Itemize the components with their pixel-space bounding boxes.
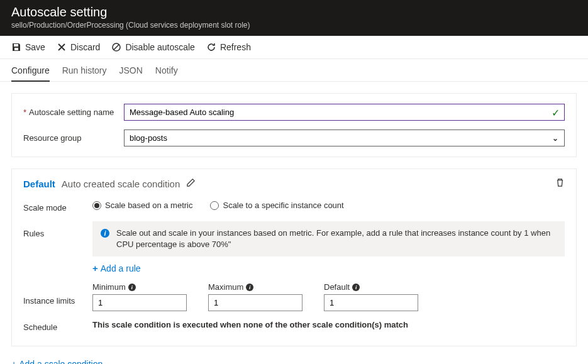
tabs: Configure Run history JSON Notify bbox=[0, 59, 588, 82]
scale-mode-label: Scale mode bbox=[23, 201, 92, 212]
add-scale-condition-button[interactable]: + Add a scale condition bbox=[11, 359, 103, 364]
radio-unselected-icon bbox=[210, 201, 219, 210]
discard-button[interactable]: Discard bbox=[57, 42, 100, 52]
rg-label: Resource group bbox=[23, 133, 124, 143]
info-icon[interactable]: i bbox=[246, 284, 253, 291]
radio-scale-metric[interactable]: Scale based on a metric bbox=[92, 201, 192, 210]
add-rule-button[interactable]: + Add a rule bbox=[92, 263, 141, 273]
save-button[interactable]: Save bbox=[11, 42, 45, 52]
instance-limits-label: Instance limits bbox=[23, 282, 92, 306]
condition-subtitle: Auto created scale condition bbox=[62, 179, 180, 189]
breadcrumb: sello/Production/OrderProcessing (Cloud … bbox=[11, 21, 577, 30]
save-label: Save bbox=[25, 42, 45, 52]
radio-scale-count[interactable]: Scale to a specific instance count bbox=[210, 201, 343, 210]
tab-run-history[interactable]: Run history bbox=[62, 59, 107, 81]
delete-condition-button[interactable] bbox=[555, 178, 565, 189]
plus-icon: + bbox=[92, 263, 98, 273]
page-title: Autoscale setting bbox=[11, 5, 577, 19]
max-label: Maximumi bbox=[208, 282, 302, 292]
schedule-text: This scale condition is executed when no… bbox=[92, 320, 565, 329]
autoscale-name-input[interactable] bbox=[124, 104, 565, 121]
default-input[interactable] bbox=[324, 294, 418, 311]
default-label: Defaulti bbox=[324, 282, 418, 292]
min-input[interactable] bbox=[92, 294, 187, 311]
condition-default-badge: Default bbox=[23, 179, 55, 189]
rules-info-box: i Scale out and scale in your instances … bbox=[92, 221, 565, 256]
edit-condition-button[interactable] bbox=[186, 178, 196, 189]
min-label: Minimumi bbox=[92, 282, 187, 292]
tab-configure[interactable]: Configure bbox=[11, 59, 50, 82]
refresh-label: Refresh bbox=[220, 42, 251, 52]
rules-info-text: Scale out and scale in your instances ba… bbox=[116, 228, 557, 250]
info-icon: i bbox=[100, 228, 110, 238]
save-icon bbox=[11, 42, 21, 52]
scale-condition-panel: Default Auto created scale condition Sca… bbox=[11, 168, 577, 346]
close-icon bbox=[57, 42, 67, 52]
discard-label: Discard bbox=[70, 42, 100, 52]
settings-panel: *Autoscale setting name ✓ Resource group… bbox=[11, 93, 577, 157]
tab-notify[interactable]: Notify bbox=[155, 59, 178, 81]
disable-icon bbox=[111, 42, 121, 52]
pencil-icon bbox=[186, 178, 196, 187]
radio-selected-icon bbox=[92, 201, 101, 210]
info-icon[interactable]: i bbox=[128, 284, 136, 291]
refresh-button[interactable]: Refresh bbox=[206, 42, 251, 52]
resource-group-select[interactable]: blog-posts bbox=[124, 130, 565, 146]
info-icon[interactable]: i bbox=[352, 284, 360, 291]
name-label: *Autoscale setting name bbox=[23, 108, 124, 117]
disable-autoscale-button[interactable]: Disable autoscale bbox=[111, 42, 195, 52]
disable-label: Disable autoscale bbox=[125, 42, 195, 52]
rules-label: Rules bbox=[23, 221, 92, 238]
max-input[interactable] bbox=[208, 294, 302, 311]
command-bar: Save Discard Disable autoscale Refresh bbox=[0, 36, 588, 59]
refresh-icon bbox=[206, 42, 216, 52]
schedule-label: Schedule bbox=[23, 320, 92, 332]
tab-json[interactable]: JSON bbox=[119, 59, 143, 81]
valid-check-icon: ✓ bbox=[552, 106, 560, 118]
trash-icon bbox=[555, 178, 565, 187]
plus-icon: + bbox=[11, 359, 16, 364]
page-header: Autoscale setting sello/Production/Order… bbox=[0, 0, 588, 36]
